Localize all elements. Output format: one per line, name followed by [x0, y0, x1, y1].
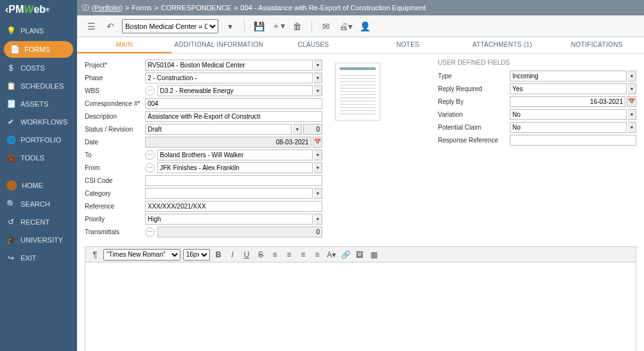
link-icon[interactable]: 🔗	[340, 249, 351, 261]
paragraph-icon[interactable]: ¶	[89, 249, 101, 261]
reference-field[interactable]	[145, 201, 322, 212]
csi-field[interactable]	[145, 175, 322, 186]
align-right-icon[interactable]: ≡	[297, 249, 309, 261]
nav-label: SEARCH	[21, 200, 50, 208]
reply-required-field[interactable]	[510, 83, 627, 94]
strike-icon[interactable]: S	[255, 249, 266, 261]
nav-label: SCHEDULES	[21, 82, 64, 90]
print-icon[interactable]: 🖨▾	[338, 19, 353, 34]
desc-field[interactable]	[145, 111, 322, 122]
separator	[244, 20, 245, 33]
project-field[interactable]	[145, 60, 313, 71]
reqd-dd[interactable]: ▾	[628, 83, 636, 94]
category-field[interactable]	[145, 188, 313, 199]
to-dd[interactable]: ▾	[314, 150, 322, 160]
var-dd[interactable]: ▾	[628, 109, 636, 120]
tab-additional[interactable]: ADDITIONAL INFORMATION	[171, 37, 266, 53]
nav-recent[interactable]: ↺RECENT	[0, 213, 77, 231]
list-view-icon[interactable]: ☰	[83, 19, 99, 34]
bc-portfolio[interactable]: (Portfolio)	[92, 4, 123, 12]
nav-schedules[interactable]: 📋SCHEDULES	[0, 77, 77, 95]
user-icon[interactable]: 👤	[357, 19, 372, 34]
toolbar: ☰ ↶ Boston Medical Center » 004 - Assis …	[77, 15, 644, 37]
trash-icon[interactable]: 🗑	[290, 19, 305, 34]
nav-plans[interactable]: 💡PLANS	[0, 22, 77, 40]
nav-exit[interactable]: ↪EXIT	[0, 249, 77, 267]
bc-corr[interactable]: CORRESPONDENCE	[161, 4, 231, 12]
editor-body[interactable]	[85, 262, 636, 351]
nav-costs[interactable]: $COSTS	[0, 59, 77, 77]
size-select[interactable]: 16px	[183, 249, 210, 261]
app-logo: ‹PMWeb®	[0, 0, 77, 19]
wbs-dd[interactable]: ▾	[314, 85, 322, 96]
calendar-icon[interactable]: 📅	[627, 96, 636, 107]
align-center-icon[interactable]: ≡	[283, 249, 295, 261]
nav-assets[interactable]: 🧾ASSETS	[0, 95, 77, 113]
info-icon[interactable]: ⓘ	[82, 3, 89, 13]
chevron-down-icon[interactable]: ▾	[222, 19, 238, 34]
trans-picker[interactable]: ⋯	[145, 227, 155, 237]
reply-by-field[interactable]	[510, 96, 625, 107]
image-icon[interactable]: 🖼	[354, 249, 365, 261]
variation-field[interactable]	[510, 109, 627, 120]
to-picker[interactable]: ⋯	[145, 150, 155, 160]
date-field[interactable]	[145, 137, 311, 148]
response-ref-field[interactable]	[510, 135, 636, 146]
align-justify-icon[interactable]: ≡	[311, 249, 323, 261]
bulb-icon: 💡	[6, 26, 15, 35]
nav-label: ASSETS	[21, 100, 48, 108]
nav-search[interactable]: 🔍SEARCH	[0, 195, 77, 213]
corrno-field[interactable]	[145, 98, 322, 109]
bc-sep: >	[125, 4, 129, 12]
claim-field[interactable]	[510, 122, 627, 133]
nav-forms[interactable]: 📄FORMS	[4, 41, 73, 58]
receipt-icon: 🧾	[6, 99, 15, 108]
type-dd[interactable]: ▾	[628, 71, 636, 81]
font-color-icon[interactable]: A▾	[326, 249, 337, 261]
font-select[interactable]: "Times New Roman"	[103, 249, 180, 261]
lbl-project: Project*	[85, 62, 144, 69]
save-icon[interactable]: 💾	[251, 19, 266, 34]
bc-forms[interactable]: Forms	[132, 4, 152, 12]
align-left-icon[interactable]: ≡	[269, 249, 281, 261]
underline-icon[interactable]: U	[241, 249, 252, 261]
cat-dd[interactable]: ▾	[314, 188, 322, 199]
type-field[interactable]	[510, 71, 627, 81]
nav-portfolio[interactable]: 🌐PORTFOLIO	[0, 131, 77, 149]
prio-dd[interactable]: ▾	[314, 214, 322, 225]
nav-label: WORKFLOWS	[21, 118, 67, 126]
wbs-field[interactable]	[157, 85, 313, 96]
claim-dd[interactable]: ▾	[628, 122, 636, 133]
add-icon[interactable]: ＋▾	[270, 19, 286, 34]
tab-clauses[interactable]: CLAUSES	[266, 37, 360, 53]
phase-field[interactable]	[145, 73, 313, 83]
nav-home[interactable]: HOME	[0, 176, 77, 195]
tab-main[interactable]: MAIN	[77, 37, 171, 53]
from-picker[interactable]: ⋯	[145, 163, 155, 173]
tab-attachments[interactable]: ATTACHMENTS (1)	[455, 37, 550, 53]
status-field[interactable]	[145, 124, 292, 135]
tab-notes[interactable]: NOTES	[361, 37, 455, 53]
from-dd[interactable]: ▾	[314, 162, 322, 173]
undo-icon[interactable]: ↶	[103, 19, 118, 34]
form-left-column: Project*▾ Phase▾ WBS⋯▾ Correspondence #*…	[85, 59, 322, 237]
italic-icon[interactable]: I	[227, 249, 238, 261]
attachment-thumbnail[interactable]	[335, 63, 380, 121]
tab-notifications[interactable]: NOTIFICATIONS	[550, 37, 644, 53]
priority-field[interactable]	[145, 214, 313, 225]
phase-dd[interactable]: ▾	[314, 73, 322, 83]
from-field[interactable]	[157, 162, 313, 173]
bold-icon[interactable]: B	[213, 249, 224, 261]
table-icon[interactable]: ▦	[368, 249, 379, 261]
mail-icon[interactable]: ✉	[318, 19, 334, 34]
project-dd[interactable]: ▾	[314, 60, 322, 71]
to-field[interactable]	[157, 150, 313, 160]
revision-field	[303, 124, 322, 135]
nav-university[interactable]: 🎓UNIVERSITY	[0, 231, 77, 249]
nav-tools[interactable]: 💼TOOLS	[0, 149, 77, 167]
wbs-picker[interactable]: ⋯	[145, 86, 155, 96]
calendar-icon[interactable]: 📅	[313, 137, 322, 148]
record-selector[interactable]: Boston Medical Center » 004 - Assis	[122, 19, 218, 33]
status-dd[interactable]: ▾	[293, 124, 302, 135]
nav-workflows[interactable]: ✔WORKFLOWS	[0, 113, 77, 131]
